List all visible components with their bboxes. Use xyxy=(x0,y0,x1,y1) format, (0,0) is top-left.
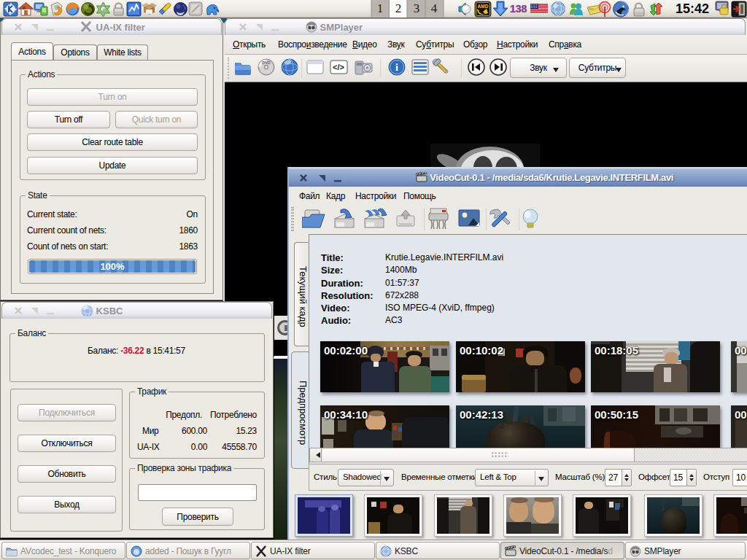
svg-text:138: 138 xyxy=(510,3,527,15)
svg-text:</>: </> xyxy=(333,63,344,71)
svg-text:4: 4 xyxy=(431,1,438,15)
svg-text:i: i xyxy=(395,62,398,73)
svg-text:2: 2 xyxy=(395,1,402,15)
svg-text:3: 3 xyxy=(414,1,420,15)
svg-text:1: 1 xyxy=(377,1,384,15)
svg-text:DVD: DVD xyxy=(262,61,271,65)
svg-text:AMD: AMD xyxy=(478,4,489,9)
